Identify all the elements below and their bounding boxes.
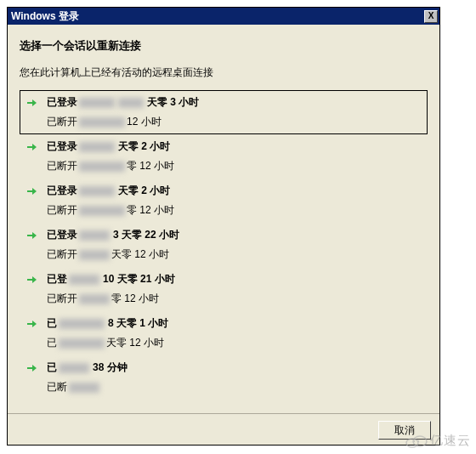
redacted bbox=[59, 338, 105, 349]
watermark-text: 亿速云 bbox=[430, 433, 471, 449]
disconnect-label: 已断开 bbox=[47, 292, 77, 306]
svg-point-2 bbox=[413, 440, 415, 442]
duration: 天零 3 小时 bbox=[147, 95, 199, 110]
idle-time: 天零 12 小时 bbox=[106, 336, 164, 350]
redacted bbox=[79, 206, 125, 216]
session-item[interactable]: 已登录 天零 2 小时 已断开 零 12 小时 bbox=[20, 134, 428, 179]
session-item[interactable]: 已登录 3 天零 22 小时 已断开 天零 12 小时 bbox=[20, 223, 428, 267]
arrow-right-icon bbox=[25, 184, 38, 198]
redacted bbox=[79, 250, 110, 260]
arrow-right-icon bbox=[25, 273, 38, 287]
session-list: 已登录 天零 3 小时 已断开 12 小时 已登录 bbox=[20, 90, 428, 406]
disconnect-label: 已断开 bbox=[47, 203, 77, 218]
redacted bbox=[79, 142, 115, 152]
arrow-right-icon bbox=[25, 96, 38, 110]
close-icon[interactable]: X bbox=[424, 10, 438, 23]
titlebar-title: Windows 登录 bbox=[11, 9, 424, 24]
login-label: 已登录 bbox=[47, 184, 77, 198]
login-label: 已 bbox=[47, 360, 57, 375]
idle-time: 天零 12 小时 bbox=[111, 247, 169, 262]
disconnect-label: 已断开 bbox=[47, 115, 77, 129]
session-item[interactable]: 已 38 分钟 已断 bbox=[20, 355, 428, 400]
duration: 8 天零 1 小时 bbox=[108, 316, 168, 331]
session-item[interactable]: 已登录 天零 2 小时 已断开 零 12 小时 bbox=[20, 179, 428, 223]
disconnect-label: 已断开 bbox=[47, 159, 77, 173]
arrow-right-icon bbox=[25, 361, 38, 375]
windows-logon-dialog: Windows 登录 X 选择一个会话以重新连接 您在此计算机上已经有活动的远程… bbox=[7, 7, 440, 445]
arrow-right-icon bbox=[25, 140, 38, 154]
duration: 38 分钟 bbox=[93, 360, 128, 375]
idle-time: 零 12 小时 bbox=[127, 159, 174, 173]
login-label: 已登 bbox=[47, 272, 67, 287]
titlebar: Windows 登录 X bbox=[8, 8, 439, 25]
idle-time: 零 12 小时 bbox=[127, 203, 174, 218]
svg-point-3 bbox=[417, 440, 419, 442]
redacted bbox=[69, 275, 99, 285]
redacted bbox=[79, 230, 110, 241]
idle-time: 零 12 小时 bbox=[111, 292, 159, 306]
redacted bbox=[59, 363, 89, 373]
session-item[interactable]: 已登 10 天零 21 小时 已断开 零 12 小时 bbox=[20, 267, 428, 311]
login-label: 已登录 bbox=[47, 228, 77, 242]
login-label: 已登录 bbox=[47, 139, 77, 154]
dialog-content: 选择一个会话以重新连接 您在此计算机上已经有活动的远程桌面连接 已登录 天零 3… bbox=[8, 25, 439, 413]
session-item[interactable]: 已 8 天零 1 小时 已 天零 12 小时 bbox=[20, 311, 428, 355]
redacted bbox=[69, 383, 99, 393]
redacted bbox=[118, 98, 144, 108]
arrow-right-icon bbox=[25, 317, 38, 331]
redacted bbox=[79, 186, 115, 196]
dialog-footer: 取消 bbox=[8, 413, 439, 445]
svg-point-1 bbox=[413, 436, 427, 446]
disconnect-label: 已断开 bbox=[47, 247, 77, 262]
login-label: 已登录 bbox=[47, 95, 77, 110]
idle-time: 12 小时 bbox=[127, 115, 162, 129]
cloud-icon bbox=[403, 432, 428, 449]
duration: 10 天零 21 小时 bbox=[103, 272, 175, 287]
session-item[interactable]: 已登录 天零 3 小时 已断开 12 小时 bbox=[20, 90, 428, 134]
redacted bbox=[79, 117, 125, 128]
duration: 3 天零 22 小时 bbox=[113, 228, 179, 242]
watermark: 亿速云 bbox=[403, 432, 471, 449]
login-label: 已 bbox=[47, 316, 57, 331]
redacted bbox=[79, 294, 110, 304]
disconnect-label: 已 bbox=[47, 336, 57, 350]
redacted bbox=[79, 162, 125, 172]
redacted bbox=[59, 319, 105, 329]
disconnect-label: 已断 bbox=[47, 380, 67, 394]
duration: 天零 2 小时 bbox=[118, 184, 170, 198]
redacted bbox=[79, 98, 115, 108]
arrow-right-icon bbox=[25, 229, 38, 242]
heading: 选择一个会话以重新连接 bbox=[20, 38, 428, 54]
subtext: 您在此计算机上已经有活动的远程桌面连接 bbox=[20, 65, 428, 80]
duration: 天零 2 小时 bbox=[118, 139, 170, 154]
